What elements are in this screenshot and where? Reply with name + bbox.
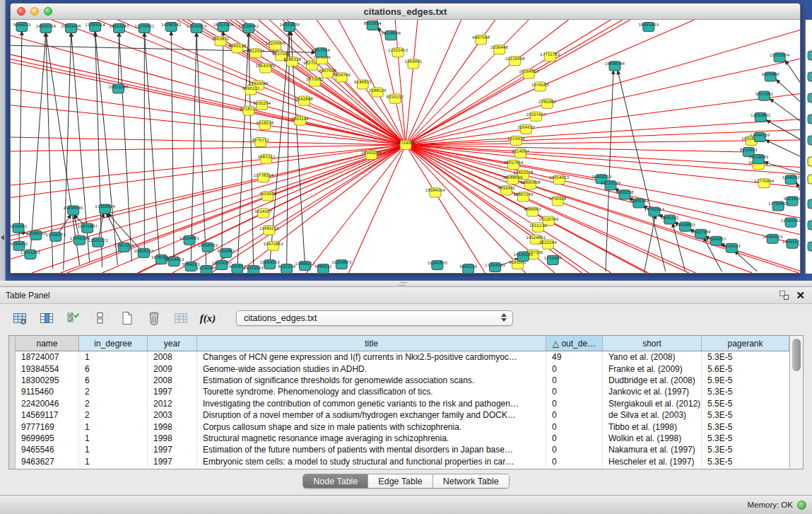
new-table-icon[interactable] xyxy=(119,310,136,327)
table-row[interactable]: 946362711997Embryonic stem cells: a mode… xyxy=(16,456,789,467)
graph-node[interactable] xyxy=(808,221,812,230)
column-header-short[interactable]: short xyxy=(603,336,702,351)
table-cell: 5.3E-5 xyxy=(702,456,789,467)
graph-node-label: 20206535 xyxy=(64,206,84,210)
delete-table-icon[interactable] xyxy=(146,310,163,327)
graph-node-label: 1364091 xyxy=(405,59,423,64)
graph-node-label: 12216058 xyxy=(505,57,525,61)
table-cell: Structural magnetic resonance image aver… xyxy=(197,433,546,444)
graph-node-label: 9124503 xyxy=(723,244,741,248)
table-cell: 5.9E-5 xyxy=(702,375,789,386)
graph-node-label: 18957964 xyxy=(503,160,524,165)
column-header-out_de[interactable]: △ out_de… xyxy=(546,336,603,351)
graph-node-label: 9845210 xyxy=(661,216,678,220)
graph-node[interactable] xyxy=(808,242,812,251)
graph-node-label: 1733426 xyxy=(544,256,562,260)
table-row[interactable]: 1456911722003Disruption of a novel membe… xyxy=(16,409,789,421)
graph-node-label: 15584207 xyxy=(706,237,726,241)
graph-node[interactable] xyxy=(808,157,812,166)
column-header-in_degree[interactable]: in_degree xyxy=(79,336,148,351)
table-row[interactable]: 1872400712008Changes of HCN gene express… xyxy=(16,351,789,363)
scrollbar-thumb[interactable] xyxy=(792,339,801,371)
column-header-title[interactable]: title xyxy=(197,336,546,351)
graph-node-label: 2803144 xyxy=(291,117,309,121)
function-builder-label: f(x) xyxy=(200,313,216,325)
vertical-scrollbar[interactable] xyxy=(789,336,803,469)
table-cell: 1 xyxy=(79,421,148,432)
table-select-dropdown[interactable]: citations_edges.txt xyxy=(236,310,513,326)
table-type-tabs: Node TableEdge TableNetwork Table xyxy=(302,474,509,489)
table-cell: 9465546 xyxy=(16,444,79,455)
window-title: citations_edges.txt xyxy=(11,6,800,17)
graph-node-label: 9884067 xyxy=(524,207,541,211)
table-header-row: namein_degreeyeartitle△ out_de…shortpage… xyxy=(16,336,789,351)
graph-node[interactable] xyxy=(808,72,812,81)
table-cell: 0 xyxy=(546,386,603,397)
column-header-pagerank[interactable]: pagerank xyxy=(702,336,789,351)
function-builder-icon[interactable]: f(x) xyxy=(199,310,216,327)
tab-node-table[interactable]: Node Table xyxy=(303,474,368,488)
table-cell: 9115460 xyxy=(16,386,79,397)
graph-node-label: 18724007 xyxy=(396,141,416,145)
graph-node-label: 10475863 xyxy=(263,242,283,246)
table-row[interactable]: 946554611997Estimation of the future num… xyxy=(16,444,789,455)
table-cell: 18724007 xyxy=(16,351,79,363)
table-row[interactable]: 977716911998Corpus callosum shape and si… xyxy=(16,421,789,432)
table-row[interactable]: 1938455462009Genome-wide association stu… xyxy=(16,363,789,374)
select-rows-icon[interactable] xyxy=(65,310,82,327)
column-header-name[interactable]: name xyxy=(16,336,79,351)
table-row[interactable]: 911546021997Tourette syndrome. Phenomeno… xyxy=(16,386,789,397)
table-select-value: citations_edges.txt xyxy=(244,313,317,323)
memory-indicator-icon[interactable] xyxy=(797,501,806,510)
table-row[interactable]: 1830029562008Estimation of significance … xyxy=(16,375,789,386)
graph-node-label: 2687327 xyxy=(257,155,275,159)
graph-node-label: 9318238 xyxy=(256,121,273,125)
table-cell: Tibbo et al. (1998) xyxy=(603,421,702,432)
table-row[interactable]: 2242004622012Investigating the contribut… xyxy=(16,398,789,409)
graph-node[interactable] xyxy=(808,93,812,103)
graph-node-label: 4275712 xyxy=(252,138,269,142)
table-cell: 1997 xyxy=(148,444,197,455)
graph-node-label: 9857224 xyxy=(312,48,330,52)
graph-node-label: 18951403 xyxy=(639,23,659,27)
graph-node-label: 2785083 xyxy=(539,100,556,104)
graph-node-label: 12770434 xyxy=(754,179,775,183)
column-header-year[interactable]: year xyxy=(148,336,197,351)
tab-network-table[interactable]: Network Table xyxy=(433,474,509,488)
graph-node-label: 8220157 xyxy=(387,95,404,99)
graph-node-label: 2718176 xyxy=(240,107,257,111)
network-graph-canvas[interactable]: 7663822866012889129341522605881275058186… xyxy=(11,20,800,273)
import-table-icon[interactable]: "20"> xyxy=(172,310,189,327)
graph-node-label: 10975887 xyxy=(77,224,98,228)
table-settings-icon[interactable] xyxy=(11,310,28,327)
graph-node-label: 1615132 xyxy=(529,223,547,228)
table-row[interactable]: 969969511998Structural magnetic resonanc… xyxy=(16,433,789,444)
graph-node[interactable] xyxy=(808,199,812,209)
table-cell: 1 xyxy=(79,351,148,363)
tab-edge-table[interactable]: Edge Table xyxy=(368,474,433,488)
float-panel-icon[interactable] xyxy=(779,291,789,300)
collapse-arrow-icon[interactable] xyxy=(1,235,4,240)
table-cell: 0 xyxy=(546,409,603,421)
row-height-icon[interactable] xyxy=(92,310,109,327)
column-chooser-icon[interactable] xyxy=(38,310,55,327)
graph-node[interactable] xyxy=(808,136,812,145)
graph-node-label: 17957255 xyxy=(114,243,134,247)
graph-node-label: 15751074 xyxy=(770,53,790,57)
graph-node-label: 10220139 xyxy=(601,181,621,185)
graph-node-label: 12160342 xyxy=(781,218,800,223)
table-cell: Investigating the contribution of common… xyxy=(197,398,546,409)
graph-node-label: 9756928 xyxy=(549,197,567,201)
table-cell: 0 xyxy=(546,363,603,374)
table-cell: 1997 xyxy=(148,456,197,467)
graph-node-label: 15493278 xyxy=(513,170,534,175)
split-pane-divider[interactable] xyxy=(0,281,812,287)
window-titlebar: citations_edges.txt xyxy=(11,4,800,20)
graph-node[interactable] xyxy=(808,51,812,60)
table-cell: Nakamura et al. (1997) xyxy=(603,444,702,455)
close-panel-icon[interactable]: ✕ xyxy=(796,291,805,300)
graph-node[interactable] xyxy=(808,115,812,124)
graph-node[interactable] xyxy=(808,175,812,184)
graph-node-label: 16120746 xyxy=(539,217,559,221)
graph-node-label: 12325413 xyxy=(388,48,408,52)
